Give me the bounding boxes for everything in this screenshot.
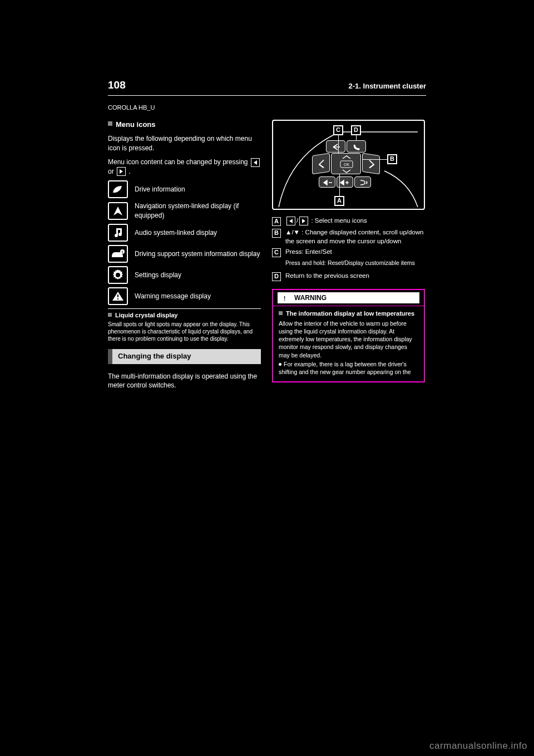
vol-down-button-shape <box>319 176 335 188</box>
changing-display-label: Changing the display <box>112 349 261 364</box>
menu-intro-2: Menu icon content can be changed by pres… <box>108 158 261 176</box>
legend-d-text: Return to the previous screen <box>285 272 369 281</box>
changing-display-text: The multi-information display is operate… <box>108 372 261 391</box>
icon-row-label: Settings display <box>135 271 181 280</box>
leader-line <box>338 135 339 153</box>
legend-a-desc: : Select menu icons <box>311 217 367 224</box>
page-header: 108 2-1. Instrument cluster <box>108 78 426 96</box>
icon-row-audio: Audio system-linked display <box>108 224 261 242</box>
back-button-shape <box>326 140 345 153</box>
icon-row-warning: Warning message display <box>108 287 261 305</box>
menu-intro-1: Displays the following depending on whic… <box>108 134 261 153</box>
left-arrow-icon <box>251 158 260 167</box>
watermark: carmanualsonline.info <box>429 740 527 752</box>
icon-row-label: Navigation system-linked display (if equ… <box>135 202 261 220</box>
warning-triangle-icon <box>108 287 128 305</box>
warning-title: WARNING <box>294 293 327 303</box>
warning-subtitle: The information display at low temperatu… <box>286 310 414 318</box>
warning-body: The information display at low temperatu… <box>273 306 424 381</box>
left-column: Menu icons Displays the following depend… <box>108 120 261 395</box>
manual-page: 108 2-1. Instrument cluster COROLLA HB_U… <box>108 78 426 679</box>
menu-intro-2c: . <box>128 168 130 175</box>
svg-text:i: i <box>122 250 123 254</box>
menu-icons-heading: Menu icons <box>108 120 261 130</box>
icon-row-drive: Drive information <box>108 180 261 198</box>
legend-d: D Return to the previous screen <box>272 272 425 281</box>
chapter-label: COROLLA HB_U <box>108 104 426 112</box>
warning-triangle-icon <box>281 294 290 302</box>
callout-a: A <box>334 196 344 206</box>
phone-button-shape <box>347 140 366 153</box>
legend-box-b: B <box>272 229 281 238</box>
dot-icon <box>279 363 281 366</box>
warning-box: WARNING The information display at low t… <box>272 289 425 382</box>
leader-line <box>356 135 357 141</box>
square-bullet-icon <box>108 313 112 317</box>
leader-line <box>362 159 387 160</box>
divider <box>108 308 261 309</box>
right-arrow-icon <box>299 217 308 225</box>
legend-box-c: C <box>272 248 281 257</box>
legend-c-text: Press: Enter/Set <box>285 248 332 257</box>
two-columns: Menu icons Displays the following depend… <box>108 120 426 395</box>
leader-line <box>339 174 340 196</box>
right-column: OK C D B A <box>272 120 425 395</box>
voice-button-shape <box>354 176 371 188</box>
down-symbol: ▼ <box>294 229 300 235</box>
steering-control-diagram: OK C D B A <box>272 120 425 210</box>
icon-row-label: Drive information <box>135 185 185 194</box>
icon-row-driving-support: i Driving support system information dis… <box>108 245 261 263</box>
legend-c-sub: Press and hold: Reset/Display customizab… <box>285 259 425 267</box>
menu-icons-title: Menu icons <box>116 120 156 130</box>
icon-row-label: Driving support system information displ… <box>135 249 260 259</box>
heading-tab <box>108 349 112 364</box>
nav-arrow-icon <box>108 202 128 220</box>
icon-row-label: Audio system-linked display <box>135 228 217 238</box>
left-arrow-icon <box>286 217 295 225</box>
warning-sub-row: The information display at low temperatu… <box>279 310 418 318</box>
icon-row-nav: Navigation system-linked display (if equ… <box>108 202 261 220</box>
left-button-shape <box>312 153 330 174</box>
right-button-shape <box>362 153 380 174</box>
legend-b-desc: : Change displayed content, scroll up/do… <box>285 229 423 244</box>
liquid-crystal-text: Small spots or light spots may appear on… <box>108 321 261 342</box>
warning-paragraph-1: Allow the interior of the vehicle to war… <box>279 320 418 359</box>
warning-paragraph-2-text: For example, there is a lag between the … <box>279 361 411 375</box>
svg-text:OK: OK <box>344 163 349 166</box>
ok-button-shape: OK <box>331 153 361 174</box>
liquid-crystal-title: Liquid crystal display <box>115 311 177 320</box>
leaf-icon <box>108 180 128 198</box>
right-arrow-icon <box>117 167 126 176</box>
page-number: 108 <box>108 78 126 93</box>
menu-intro-2a: Menu icon content can be changed by pres… <box>108 158 250 166</box>
svg-rect-3 <box>117 294 118 297</box>
callout-d: D <box>351 125 361 135</box>
car-info-icon: i <box>108 245 128 263</box>
callout-c: C <box>333 125 343 135</box>
legend-b-text: ▲/▼ : Change displayed content, scroll u… <box>285 228 425 246</box>
square-bullet-icon <box>108 121 112 126</box>
legend-b: B ▲/▼ : Change displayed content, scroll… <box>272 228 425 246</box>
icon-row-label: Warning message display <box>135 292 211 301</box>
legend-box-a: A <box>272 217 281 226</box>
warning-paragraph-2: For example, there is a lag between the … <box>279 360 418 376</box>
legend-c: C Press: Enter/Set <box>272 248 425 257</box>
changing-display-heading: Changing the display <box>108 349 261 364</box>
section-path: 2-1. Instrument cluster <box>349 81 426 91</box>
warning-header: WARNING <box>273 290 424 307</box>
legend-box-d: D <box>272 272 281 281</box>
legend-a: A / : Select menu icons <box>272 217 425 226</box>
svg-rect-4 <box>117 298 118 300</box>
callout-b: B <box>387 154 397 164</box>
icon-row-settings: Settings display <box>108 266 261 284</box>
up-symbol: ▲ <box>285 229 291 235</box>
liquid-crystal-heading: Liquid crystal display <box>108 311 261 320</box>
menu-intro-2b: or <box>108 168 116 175</box>
svg-point-2 <box>116 273 120 277</box>
square-bullet-icon <box>279 311 283 315</box>
music-note-icon <box>108 224 128 242</box>
legend-a-text: / : Select menu icons <box>285 217 367 225</box>
gear-icon <box>108 266 128 284</box>
